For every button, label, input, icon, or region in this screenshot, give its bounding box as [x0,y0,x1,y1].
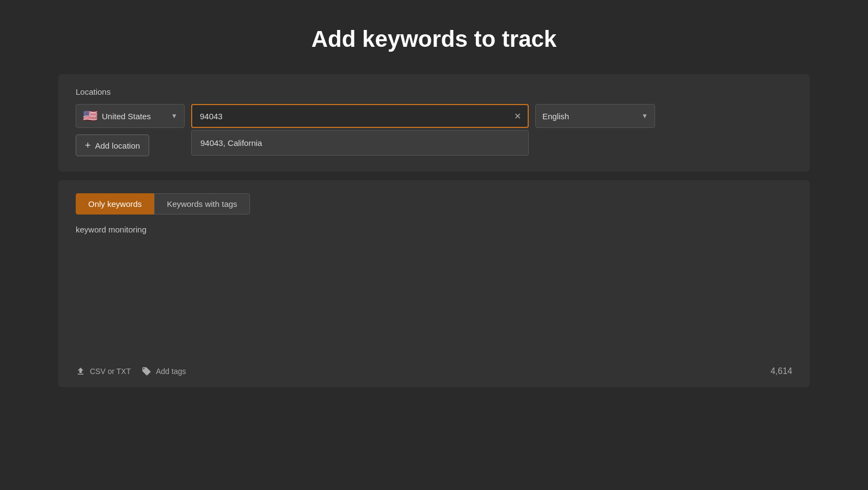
location-input[interactable] [191,104,529,128]
add-location-label: Add location [95,141,140,150]
page-title: Add keywords to track [311,26,557,52]
add-tags-label: Add tags [156,367,186,376]
plus-icon: + [85,140,91,151]
language-select[interactable]: English ▼ [535,104,655,128]
country-flag-icon: 🇺🇸 [83,109,97,123]
country-name: United States [102,112,164,121]
csv-label: CSV or TXT [90,367,131,376]
keywords-panel: Only keywords Keywords with tags keyword… [58,180,810,387]
tabs-row: Only keywords Keywords with tags [76,193,792,215]
location-dropdown-item[interactable]: 94043, California [192,131,528,155]
locations-row: 🇺🇸 United States ▼ ✕ 94043, California E… [76,104,792,128]
clear-location-button[interactable]: ✕ [512,110,523,122]
country-dropdown-arrow-icon: ▼ [171,112,178,120]
language-dropdown-arrow-icon: ▼ [641,112,648,120]
keywords-text: keyword monitoring [76,223,792,236]
location-dropdown: 94043, California [191,130,529,156]
tab-only-keywords[interactable]: Only keywords [76,193,154,215]
bottom-bar: CSV or TXT Add tags 4,614 [76,366,792,376]
location-input-wrapper: ✕ 94043, California [191,104,529,128]
locations-label: Locations [76,87,792,96]
add-location-button[interactable]: + Add location [76,134,149,156]
tag-icon [142,366,151,376]
keyword-count: 4,614 [771,366,792,376]
language-name: English [542,112,635,121]
locations-panel: Locations 🇺🇸 United States ▼ ✕ 94043, Ca… [58,74,810,171]
csv-upload-action[interactable]: CSV or TXT [76,366,131,376]
add-tags-action[interactable]: Add tags [142,366,186,376]
country-select[interactable]: 🇺🇸 United States ▼ [76,104,185,128]
main-content: Locations 🇺🇸 United States ▼ ✕ 94043, Ca… [58,74,810,387]
upload-icon [76,366,85,376]
tab-keywords-with-tags[interactable]: Keywords with tags [154,193,249,215]
